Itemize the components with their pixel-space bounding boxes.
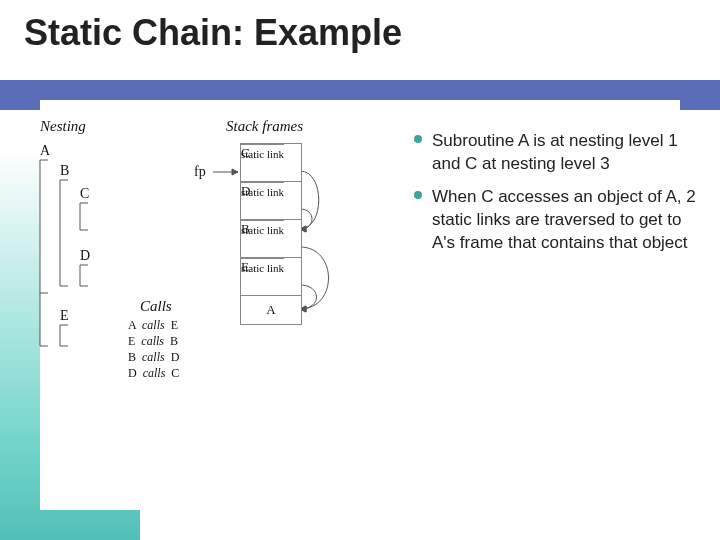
calls-verb: calls — [141, 334, 164, 348]
calls-heading: Calls — [140, 298, 172, 315]
stack-frame-link: static link — [241, 182, 284, 202]
page-title: Static Chain: Example — [24, 12, 402, 54]
stack-frame-E: E static link — [240, 257, 302, 297]
stack-frame-link: static link — [241, 258, 284, 278]
calls-callee: D — [171, 350, 180, 364]
nesting-bracket-lines — [40, 118, 400, 468]
calls-verb: calls — [143, 366, 166, 380]
stack-frame-link: static link — [241, 144, 284, 164]
calls-row: D calls C — [128, 366, 179, 381]
static-chain-diagram: Nesting Stack frames A B C D E — [40, 118, 400, 468]
stack-frame-D: D static link — [240, 181, 302, 221]
slide: Static Chain: Example Subroutine A is at… — [0, 0, 720, 540]
calls-callee: E — [171, 318, 178, 332]
calls-caller: A — [128, 318, 136, 332]
calls-caller: B — [128, 350, 136, 364]
stack-frame-A: A — [240, 295, 302, 325]
calls-row: A calls E — [128, 318, 178, 333]
calls-verb: calls — [142, 318, 165, 332]
stack-frame-name: A — [266, 301, 275, 319]
calls-row: E calls B — [128, 334, 178, 349]
svg-marker-1 — [232, 169, 238, 175]
calls-callee: C — [171, 366, 179, 380]
bullet-item: Subroutine A is at nesting level 1 and C… — [410, 130, 700, 176]
calls-callee: B — [170, 334, 178, 348]
stack-frame-link: static link — [241, 220, 284, 240]
bullet-item: When C accesses an object of A, 2 static… — [410, 186, 700, 255]
stack-frame-B: B static link — [240, 219, 302, 259]
calls-caller: E — [128, 334, 135, 348]
calls-caller: D — [128, 366, 137, 380]
calls-row: B calls D — [128, 350, 179, 365]
calls-verb: calls — [142, 350, 165, 364]
bullet-list: Subroutine A is at nesting level 1 and C… — [410, 130, 700, 265]
stack-frame-C: C static link — [240, 143, 302, 183]
fp-label: fp — [194, 164, 206, 180]
